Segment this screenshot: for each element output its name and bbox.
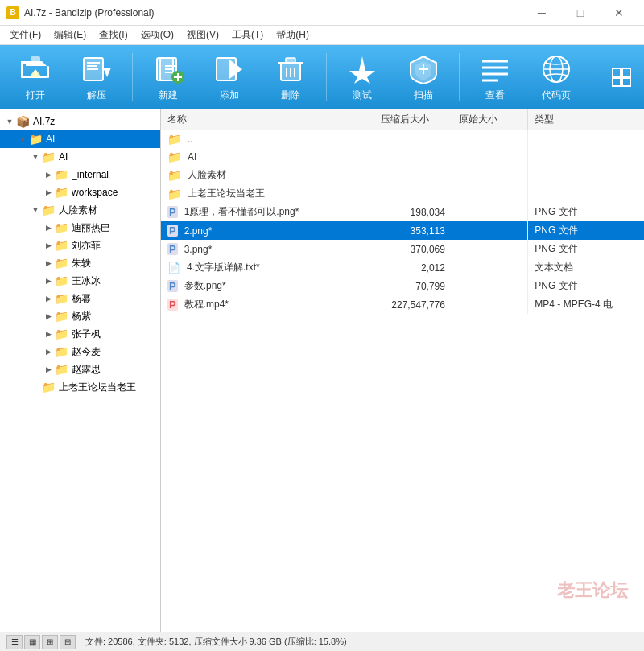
menu-help[interactable]: 帮助(H) (270, 27, 316, 44)
file-type: PNG 文件 (528, 203, 644, 221)
tree-item-zhuyi[interactable]: ▶ 📁 朱轶 (0, 254, 160, 272)
table-row[interactable]: 📁.. (161, 130, 644, 149)
tree-label-renliansucai: 人脸素材 (59, 204, 97, 217)
folder-zhuyi-icon: 📁 (55, 257, 68, 270)
expand-liuyifei: ▶ (42, 241, 55, 249)
file-type (528, 184, 644, 203)
menu-find[interactable]: 查找(I) (93, 27, 134, 44)
codepage-label: 代码页 (542, 89, 571, 102)
scan-label: 扫描 (414, 89, 433, 102)
tree-item-yangzi[interactable]: ▶ 📁 杨紫 (0, 307, 160, 325)
tree-item-workspace[interactable]: ▶ 📁 workspace (0, 183, 160, 201)
minimize-button[interactable]: ─ (523, 0, 560, 26)
codepage-button[interactable]: 代码页 (527, 48, 585, 106)
menu-options[interactable]: 选项(O) (134, 27, 180, 44)
extract-icon (80, 53, 113, 85)
menu-tools[interactable]: 工具(T) (225, 27, 270, 44)
menu-file[interactable]: 文件(F) (3, 27, 47, 44)
menu-edit[interactable]: 编辑(E) (47, 27, 93, 44)
table-row[interactable]: 📁上老王论坛当老王 (161, 184, 644, 203)
table-row[interactable]: 📄4.文字版详解.txt* 2,012 文本文档 (161, 258, 644, 277)
status-icon-thumbs[interactable]: ⊟ (60, 635, 76, 649)
file-table-body: 📁.. 📁AI 📁人脸素材 📁上老王论坛当老王 P1原理，看不懂都可以.png*… (161, 130, 644, 315)
toolbar-sep-2 (326, 53, 327, 101)
tree-item-zhangzifeng[interactable]: ▶ 📁 张子枫 (0, 325, 160, 343)
extract-button[interactable]: 解压 (68, 48, 126, 106)
folder-ai-root-icon: 📁 (29, 133, 43, 146)
test-label: 测试 (353, 89, 372, 102)
table-row[interactable]: 📁AI (161, 148, 644, 166)
view-button[interactable]: 查看 (466, 48, 524, 106)
folder-yangmi-icon: 📁 (55, 292, 68, 305)
tree-label-yangmi: 杨幂 (72, 292, 91, 306)
expand-dili: ▶ (42, 224, 55, 232)
svg-marker-27 (349, 56, 375, 84)
col-compressed-size[interactable]: 压缩后大小 (374, 109, 452, 130)
file-type: PNG 文件 (528, 221, 644, 240)
tree-item-renliansucai[interactable]: ▼ 📁 人脸素材 (0, 201, 160, 219)
col-name[interactable]: 名称 (161, 109, 374, 130)
table-row[interactable]: 📁人脸素材 (161, 166, 644, 184)
tree-item-wangyubing[interactable]: ▶ 📁 王冰冰 (0, 272, 160, 290)
table-row[interactable]: P3.png* 370,069 PNG 文件 (161, 240, 644, 258)
status-icon-grid[interactable]: ⊞ (42, 635, 58, 649)
tree-label-ai-root: AI (46, 134, 55, 145)
file-compressed-size (374, 148, 452, 166)
table-row[interactable]: P教程.mp4* 227,547,776 MP4 - MPEG-4 电 (161, 295, 644, 314)
maximize-button[interactable]: □ (562, 0, 599, 26)
tree-item-yangmi[interactable]: ▶ 📁 杨幂 (0, 290, 160, 307)
file-name: 📄4.文字版详解.txt* (161, 258, 374, 277)
expand-zhaoliying: ▶ (42, 348, 55, 356)
tree-item-internal[interactable]: ▶ 📁 _internal (0, 166, 160, 183)
file-original-size (452, 295, 527, 314)
tree-item-ai7z[interactable]: ▼ 📦 AI.7z (0, 113, 160, 130)
file-type: MP4 - MPEG-4 电 (528, 295, 644, 314)
svg-rect-39 (613, 78, 621, 86)
tree-panel: ▼ 📦 AI.7z ▼ 📁 AI ▼ 📁 AI ▶ 📁 _internal ▶ … (0, 109, 161, 632)
open-button[interactable]: 打开 (6, 48, 64, 106)
close-button[interactable]: ✕ (601, 0, 638, 26)
tree-item-ai-sub[interactable]: ▼ 📁 AI (0, 148, 160, 166)
tree-label-workspace: workspace (72, 187, 118, 198)
tree-item-shanglaowang[interactable]: 📁 上老王论坛当老王 (0, 378, 160, 396)
status-icon-list[interactable]: ☰ (6, 635, 23, 649)
tree-item-liuyifei[interactable]: ▶ 📁 刘亦菲 (0, 237, 160, 254)
tree-item-dili[interactable]: ▶ 📁 迪丽热巴 (0, 219, 160, 237)
tree-item-zhaoliying[interactable]: ▶ 📁 赵今麦 (0, 343, 160, 361)
file-name: P参数.png* (161, 277, 374, 295)
file-name: P教程.mp4* (161, 295, 374, 314)
file-panel[interactable]: 名称 压缩后大小 原始大小 类型 📁.. 📁AI 📁人脸素材 📁上老王论坛当老王… (161, 109, 644, 632)
new-button[interactable]: 新建 (139, 48, 197, 106)
expand-renliansucai: ▼ (29, 206, 42, 214)
svg-rect-4 (31, 56, 40, 63)
view-label: 查看 (485, 89, 505, 102)
folder-yangzi-icon: 📁 (55, 310, 68, 323)
codepage-icon (540, 53, 572, 85)
folder-wangyubing-icon: 📁 (55, 274, 68, 287)
file-original-size (452, 184, 527, 203)
table-row[interactable]: P2.png* 353,113 PNG 文件 (161, 221, 644, 240)
file-original-size (452, 240, 527, 258)
grid-button[interactable] (605, 61, 638, 93)
file-name: 📁上老王论坛当老王 (161, 184, 374, 203)
menu-view[interactable]: 视图(V) (180, 27, 225, 44)
file-compressed-size: 227,547,776 (374, 295, 452, 314)
test-button[interactable]: 测试 (333, 48, 391, 106)
table-row[interactable]: P1原理，看不懂都可以.png* 198,034 PNG 文件 (161, 203, 644, 221)
delete-button[interactable]: 删除 (262, 48, 320, 106)
svg-rect-3 (47, 66, 49, 78)
tree-item-zhaolusi[interactable]: ▶ 📁 赵露思 (0, 361, 160, 378)
tree-item-ai-root[interactable]: ▼ 📁 AI (0, 130, 160, 148)
file-original-size (452, 258, 527, 277)
add-button[interactable]: 添加 (200, 48, 258, 106)
col-type[interactable]: 类型 (528, 109, 644, 130)
scan-button[interactable]: 扫描 (394, 48, 452, 106)
table-row[interactable]: P参数.png* 70,799 PNG 文件 (161, 277, 644, 295)
col-original-size[interactable]: 原始大小 (452, 109, 527, 130)
status-icon-detail[interactable]: ▦ (24, 635, 40, 649)
file-type (528, 130, 644, 149)
file-type: 文本文档 (528, 258, 644, 277)
file-compressed-size (374, 130, 452, 149)
toolbar-sep-3 (459, 53, 460, 101)
open-icon (19, 53, 52, 85)
